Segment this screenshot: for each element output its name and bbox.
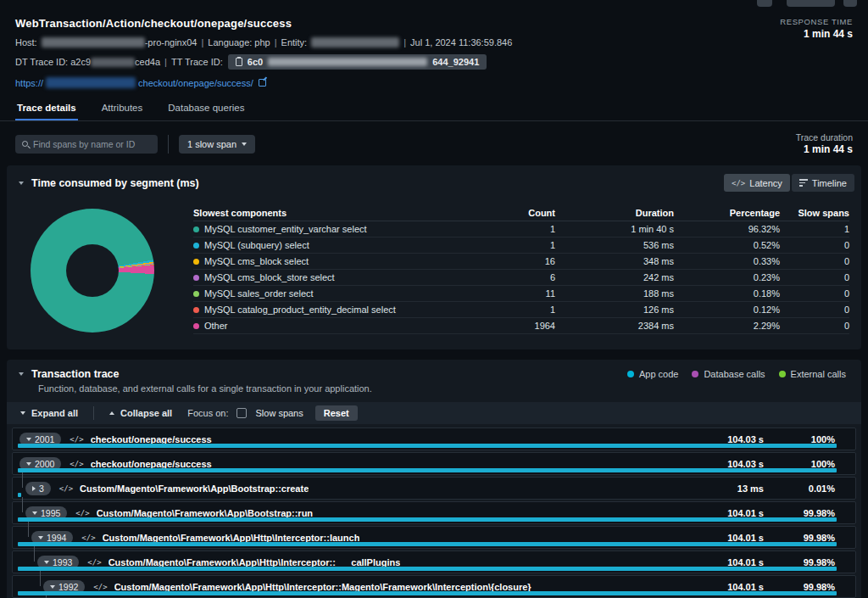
segment-table-row[interactable]: MySQL cms_block_store select 6 242 ms 0.… bbox=[193, 270, 849, 286]
reset-button[interactable]: Reset bbox=[315, 405, 358, 421]
focus-on-label: Focus on: bbox=[187, 408, 228, 418]
segment-count: 1 bbox=[487, 305, 555, 315]
response-time-value: 1 min 44 s bbox=[780, 28, 853, 40]
span-duration: 104.03 s bbox=[727, 434, 764, 444]
segment-slow-spans: 0 bbox=[780, 240, 849, 250]
tab-trace-details[interactable]: Trace details bbox=[15, 99, 78, 120]
span-duration-bar bbox=[18, 591, 837, 595]
tab-database-queries[interactable]: Database queries bbox=[166, 99, 246, 120]
segment-slow-spans: 1 bbox=[780, 224, 849, 234]
latency-toggle-button[interactable]: </> Latency bbox=[724, 174, 790, 192]
segment-table-row[interactable]: MySQL catalog_product_entity_decimal sel… bbox=[193, 302, 849, 318]
segment-donut[interactable] bbox=[31, 209, 154, 333]
url-prefix: https:// bbox=[15, 78, 43, 88]
span-duration: 104.01 s bbox=[727, 582, 764, 592]
slow-spans-checkbox[interactable] bbox=[236, 408, 247, 418]
app-code-dot-icon bbox=[627, 371, 634, 377]
slow-span-label: 1 slow span bbox=[187, 139, 236, 149]
segment-table-row[interactable]: Other 1964 2384 ms 2.29% 0 bbox=[193, 318, 849, 334]
span-duration: 104.01 s bbox=[727, 557, 764, 567]
host-label: Host: bbox=[15, 37, 37, 48]
host-redacted bbox=[42, 37, 145, 48]
trace-row-list: 2001 </> checkout/onepage/success 104.03… bbox=[7, 424, 861, 598]
trace-span-row[interactable]: 3 </> Custom/Magento\Framework\App\Boots… bbox=[12, 477, 856, 500]
view-toggle: </> Latency Timeline bbox=[724, 174, 854, 192]
span-id: 1992 bbox=[58, 582, 78, 592]
url-redacted bbox=[46, 77, 136, 88]
segment-duration: 126 ms bbox=[555, 305, 674, 315]
search-placeholder: Find spans by name or ID bbox=[33, 139, 135, 149]
span-percent: 0.01% bbox=[809, 483, 835, 494]
timeline-icon bbox=[799, 179, 808, 187]
span-label: Custom/Magento\Framework\App\Bootstrap::… bbox=[97, 508, 313, 518]
section-collapse-icon[interactable] bbox=[19, 372, 24, 376]
legend-database-calls: Database calls bbox=[692, 369, 765, 379]
entity-label: Entity: bbox=[281, 37, 308, 48]
span-duration-bar bbox=[18, 444, 837, 448]
trace-duration-label: Trace duration bbox=[796, 132, 853, 143]
search-input[interactable]: Find spans by name or ID bbox=[15, 135, 158, 154]
segment-table-row[interactable]: MySQL customer_entity_varchar select 1 1… bbox=[193, 221, 849, 238]
trace-span-row[interactable]: 1995 </> Custom/Magento\Framework\App\Bo… bbox=[12, 501, 856, 524]
segment-name: MySQL sales_order select bbox=[204, 288, 314, 299]
segment-name: MySQL customer_entity_varchar select bbox=[204, 224, 367, 234]
url-suffix: checkout/onepage/success/ bbox=[138, 78, 253, 88]
latency-label: Latency bbox=[749, 178, 782, 188]
segment-name: MySQL catalog_product_entity_decimal sel… bbox=[204, 305, 396, 315]
timestamp: Jul 1, 2024 11:36:59.846 bbox=[410, 37, 512, 48]
trace-span-row[interactable]: 1994 </> Custom/Magento\Framework\App\Ht… bbox=[12, 526, 856, 549]
span-percent: 99.98% bbox=[804, 557, 835, 567]
segment-percentage: 0.33% bbox=[674, 256, 780, 266]
host-meta-line: Host:-pro-nginx04 | Language: php | Enti… bbox=[15, 37, 853, 48]
segment-slow-spans: 0 bbox=[780, 305, 849, 315]
col-count: Count bbox=[487, 208, 555, 218]
collapse-all-button[interactable]: Collapse all bbox=[109, 408, 172, 418]
trace-panel-subtitle: Function, database, and external calls f… bbox=[38, 383, 861, 394]
chevron-down-icon bbox=[242, 143, 247, 146]
span-duration-bar bbox=[18, 567, 837, 571]
segment-color-dot-icon bbox=[193, 307, 199, 313]
legend-app-code: App code bbox=[627, 369, 678, 379]
code-icon: </> bbox=[732, 179, 745, 187]
response-time: RESPONSE TIME 1 min 44 s bbox=[780, 17, 853, 40]
segment-color-dot-icon bbox=[193, 291, 199, 297]
slow-span-dropdown[interactable]: 1 slow span bbox=[179, 135, 255, 154]
segment-table-row[interactable]: MySQL cms_block select 16 348 ms 0.33% 0 bbox=[193, 254, 849, 270]
span-id-badge[interactable]: 3 bbox=[25, 482, 51, 495]
trace-span-row[interactable]: 2000 </> checkout/onepage/success 104.03… bbox=[12, 452, 856, 475]
trace-span-row[interactable]: 2001 </> checkout/onepage/success 104.03… bbox=[12, 428, 856, 450]
expand-all-button[interactable]: Expand all bbox=[20, 408, 78, 418]
span-duration-bar bbox=[18, 493, 21, 497]
col-duration: Duration bbox=[555, 208, 674, 218]
segment-duration: 536 ms bbox=[555, 240, 674, 250]
dt-trace-label: DT Trace ID: bbox=[15, 57, 68, 67]
segment-count: 11 bbox=[487, 288, 555, 299]
span-chevron-icon bbox=[32, 511, 37, 515]
segment-slow-spans: 0 bbox=[780, 272, 849, 282]
section-collapse-icon[interactable] bbox=[19, 182, 24, 185]
timeline-toggle-button[interactable]: Timeline bbox=[792, 174, 854, 192]
transaction-url-link[interactable]: https://checkout/onepage/success/ bbox=[15, 77, 853, 88]
dt-trace-redacted bbox=[91, 58, 135, 67]
trace-header: WebTransaction/Action/checkout/onepage/s… bbox=[0, 0, 868, 88]
segment-table-row[interactable]: MySQL sales_order select 11 188 ms 0.18%… bbox=[193, 286, 849, 302]
segment-table-row[interactable]: MySQL (subquery) select 1 536 ms 0.52% 0 bbox=[193, 238, 849, 254]
segment-duration: 1 min 40 s bbox=[555, 224, 674, 234]
segment-slow-spans: 0 bbox=[780, 288, 849, 299]
segment-table: Slowest components Count Duration Percen… bbox=[193, 205, 849, 334]
page-title: WebTransaction/Action/checkout/onepage/s… bbox=[15, 17, 853, 30]
tt-trace-id-box[interactable]: 6c0644_92941 bbox=[228, 54, 487, 70]
trace-span-row[interactable]: 1992 </> Custom/Magento\Framework\App\Ht… bbox=[12, 575, 856, 598]
span-id: 3 bbox=[39, 483, 44, 494]
span-duration: 104.01 s bbox=[727, 508, 764, 518]
span-chevron-icon bbox=[44, 561, 49, 564]
trace-span-row[interactable]: 1993 </> Custom/Magento\Framework\App\Ht… bbox=[12, 550, 856, 573]
segment-duration: 188 ms bbox=[555, 288, 674, 299]
segment-percentage: 0.18% bbox=[674, 288, 780, 299]
tab-attributes[interactable]: Attributes bbox=[100, 99, 145, 120]
span-toolbar: Find spans by name or ID 1 slow span Tra… bbox=[0, 132, 868, 155]
span-id: 2001 bbox=[35, 434, 54, 444]
span-percent: 100% bbox=[811, 434, 835, 444]
code-icon: </> bbox=[93, 583, 107, 591]
span-chevron-icon bbox=[32, 486, 36, 491]
